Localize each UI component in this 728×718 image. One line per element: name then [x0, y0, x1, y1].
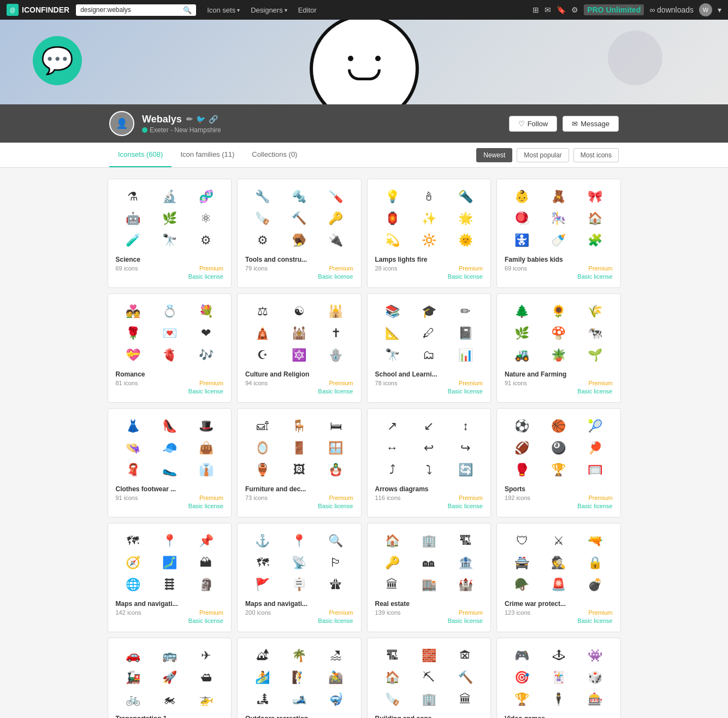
card-meta: 78 icons Premium — [375, 380, 483, 386]
icon-card[interactable]: ⚗🔬🧬🤖🌿⚛🧪🔭⚙ Science 69 icons Premium Basic… — [108, 179, 232, 288]
icon-card[interactable]: 👗👠🎩👒🧢👜🧣🥿👔 Clothes footwear ... 91 icons … — [108, 408, 232, 517]
icon-card[interactable]: 🛡⚔🔫🚔🕵🔒🪖🚨💣 Crime war protect... 123 icons… — [496, 523, 621, 632]
icon-sample: ⚛ — [196, 209, 216, 228]
icon-card[interactable]: ⚓📍🔍🗺📡🏳🚩🪧🛣 Maps and navigati... 200 icons… — [237, 523, 362, 632]
icon-card[interactable]: 🎮🕹👾🎯🃏🎲🏆🕴🎰 Video games 126 icons Premium … — [496, 638, 621, 718]
mail-icon[interactable]: ✉ — [544, 5, 551, 14]
card-badge: Premium — [199, 495, 223, 501]
icon-card[interactable]: 🏗🧱🏚🏠⛏🔨🪚🏢🏛 Building and cons... 87 icons … — [367, 638, 492, 718]
icon-card[interactable]: ↗↙↕↔↩↪⤴⤵🔄 Arrows diagrams 116 icons Prem… — [367, 408, 492, 517]
icon-preview: 🗺📍📌🧭🗾🏔🌐🛤🗿 — [116, 531, 224, 595]
card-license: Basic license — [188, 617, 223, 624]
icon-sample: 🏠 — [382, 531, 402, 551]
nav-designers[interactable]: Designers ▾ — [246, 4, 292, 16]
icon-sample: 🏛 — [382, 575, 402, 595]
card-count: 69 icons — [116, 265, 138, 272]
icon-sample: 🏢 — [419, 690, 439, 709]
icon-card[interactable]: 🔧🔩🪛🪚🔨🔑⚙🪤🔌 Tools and constru... 79 icons … — [237, 179, 362, 288]
icon-sample: 🪧 — [289, 575, 309, 595]
card-license-row: Basic license — [245, 503, 353, 509]
twitter-icon[interactable]: 🐦 — [196, 115, 205, 123]
card-badge: Premium — [329, 495, 353, 501]
icon-sample: 🃏 — [549, 668, 569, 687]
card-badge: Premium — [588, 380, 612, 386]
logo[interactable]: @ ICONFINDER — [7, 4, 69, 16]
card-meta: 91 icons Premium — [116, 495, 224, 501]
icon-sample: 🏺 — [253, 460, 273, 480]
icon-preview: 🚗🚌✈🚂🚀🛳🚲🏍🚁 — [116, 646, 224, 709]
search-input[interactable] — [80, 6, 180, 14]
sort-most-icons[interactable]: Most icons — [573, 148, 619, 162]
sort-popular[interactable]: Most popular — [517, 148, 569, 162]
tab-iconsets[interactable]: Iconsets (608) — [109, 143, 171, 167]
icon-sample: 🤖 — [123, 209, 143, 228]
icon-sample: 🏘 — [419, 553, 439, 573]
icon-card[interactable]: 💑💍💐🌹💌❤💝🫀🎶 Romance 81 icons Premium Basic… — [108, 293, 232, 403]
icon-card[interactable]: 🛋🪑🛏🪞🚪🪟🏺🖼🪆 Furniture and dec... 73 icons … — [237, 408, 362, 517]
icon-sample: 🧭 — [123, 553, 143, 573]
icon-card[interactable]: ⚖☯🕌🛕🕍✝☪🔯🪬 Culture and Religion 94 icons … — [237, 293, 362, 403]
icon-sample: 📌 — [196, 531, 216, 551]
heart-icon: ♡ — [518, 120, 525, 128]
tab-collections[interactable]: Collections (0) — [243, 143, 306, 167]
icon-sample: 🏗 — [455, 531, 475, 551]
card-license-row: Basic license — [375, 617, 483, 624]
icon-sample: 💣 — [585, 575, 605, 595]
icon-sample: 🕹 — [549, 646, 569, 666]
icon-sample: 🛣 — [326, 575, 346, 595]
card-count: 69 icons — [505, 265, 527, 272]
card-title: Science — [116, 256, 224, 263]
icon-card[interactable]: 🚗🚌✈🚂🚀🛳🚲🏍🚁 Transportation 1 220 icons Pre… — [108, 638, 232, 718]
icon-sample: 🌟 — [455, 209, 475, 228]
icon-card[interactable]: 🗺📍📌🧭🗾🏔🌐🛤🗿 Maps and navigati... 142 icons… — [108, 523, 232, 632]
icon-sample: 📚 — [382, 302, 402, 321]
icon-card[interactable]: 👶🧸🎀🪀🎠🏠🚼🍼🧩 Family babies kids 69 icons Pr… — [496, 179, 621, 288]
card-meta: 81 icons Premium — [116, 380, 224, 386]
icon-sample: 🏮 — [382, 209, 402, 228]
icon-card[interactable]: 📚🎓✏📐🖊📓🔭🗂📊 School and Learni... 78 icons … — [367, 293, 492, 403]
icon-sample: 🚗 — [123, 646, 143, 666]
avatar[interactable]: W — [699, 3, 712, 16]
card-badge: Premium — [329, 265, 353, 272]
card-badge: Premium — [199, 265, 223, 272]
icon-card[interactable]: 🏕🌴🏖🏄🧗🚵🏞🎿🤿 Outdoors recreation 101 icons … — [237, 638, 362, 718]
grid-icon[interactable]: ⊞ — [532, 5, 539, 14]
icon-sample: 🔄 — [455, 460, 475, 480]
icon-sample: 🎶 — [196, 345, 216, 365]
nav-iconsets[interactable]: Icon sets ▾ — [203, 4, 244, 16]
icon-sample: 🧢 — [159, 438, 179, 458]
card-badge: Premium — [588, 495, 612, 501]
icon-card[interactable]: 🏠🏢🏗🔑🏘🏦🏛🏬🏰 Real estate 139 icons Premium … — [367, 523, 492, 632]
card-meta: 69 icons Premium — [505, 265, 613, 272]
icon-sample: ⚽ — [512, 416, 532, 436]
icon-card[interactable]: 🌲🌻🌾🌿🍄🐄🚜🪴🌱 Nature and Farming 91 icons Pr… — [496, 293, 621, 403]
icon-sample: 🌱 — [585, 345, 605, 365]
card-license-row: Basic license — [505, 273, 613, 280]
icon-sample: 🔨 — [455, 668, 475, 687]
message-button[interactable]: ✉ Message — [563, 116, 619, 132]
tab-families[interactable]: Icon families (11) — [171, 143, 243, 167]
message-icon: ✉ — [572, 120, 578, 128]
icon-sample: 🚀 — [159, 668, 179, 687]
icon-sample: 🧩 — [585, 231, 605, 250]
icon-card[interactable]: 💡🕯🔦🏮✨🌟💫🔆🌞 Lamps lights fire 28 icons Pre… — [367, 179, 492, 288]
icon-card[interactable]: ⚽🏀🎾🏈🎱🏓🥊🏆🥅 Sports 192 icons Premium Basic… — [496, 408, 621, 517]
icon-sample: 🌾 — [585, 302, 605, 321]
search-button[interactable]: 🔍 — [183, 6, 192, 14]
icon-sample: ↙ — [419, 416, 439, 436]
bookmark-icon[interactable]: 🔖 — [557, 5, 566, 14]
nav-editor[interactable]: Editor — [294, 4, 321, 16]
sort-newest[interactable]: Newest — [476, 148, 512, 162]
nav-links: Icon sets ▾ Designers ▾ Editor — [203, 4, 321, 16]
icon-sample: 🛡 — [512, 531, 532, 551]
edit-icon[interactable]: ✏ — [186, 115, 193, 123]
icon-sample: 🏓 — [585, 438, 605, 458]
icon-sample: 🎱 — [549, 438, 569, 458]
icon-preview: ⚓📍🔍🗺📡🏳🚩🪧🛣 — [245, 531, 353, 595]
icon-sample: 🚨 — [549, 575, 569, 595]
icon-sample: 🧣 — [123, 460, 143, 480]
link-icon[interactable]: 🔗 — [209, 115, 218, 123]
follow-button[interactable]: ♡ Follow — [509, 116, 558, 132]
settings-icon[interactable]: ⚙ — [571, 5, 578, 14]
icon-sample: 🎠 — [549, 209, 569, 228]
